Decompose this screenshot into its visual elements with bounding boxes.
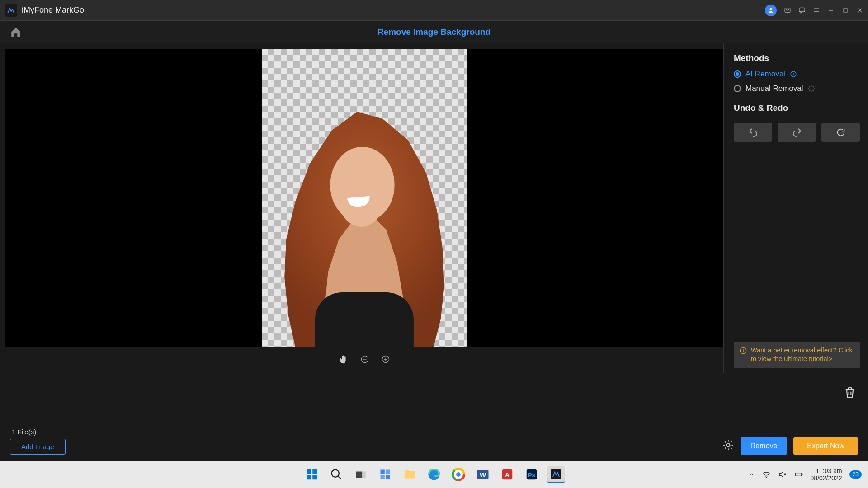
radio-unselected-icon [734, 85, 741, 92]
svg-rect-13 [312, 469, 317, 474]
zoom-out-button[interactable] [360, 355, 369, 366]
pan-button[interactable] [339, 354, 349, 366]
word-icon: W [476, 468, 490, 481]
zoom-out-icon [360, 355, 369, 364]
photoshop-button[interactable]: Ps [523, 466, 540, 483]
widgets-button[interactable] [377, 466, 394, 483]
delete-button[interactable] [844, 386, 856, 400]
svg-rect-21 [381, 475, 385, 479]
markgo-logo-icon [7, 6, 15, 14]
file-count-label: 1 File(s) [12, 428, 36, 436]
right-panel: Methods AI Removal ? Manual Removal ? Un… [723, 43, 868, 373]
account-button[interactable] [765, 5, 777, 16]
bottom-actions: Remove Export Now [722, 437, 858, 455]
volume-muted-icon[interactable] [778, 470, 787, 479]
app-title: iMyFone MarkGo [22, 5, 84, 15]
svg-text:A: A [505, 472, 509, 479]
chevron-up-icon[interactable] [748, 471, 755, 478]
folder-icon [403, 468, 416, 481]
reset-button[interactable] [821, 123, 860, 142]
svg-point-28 [456, 472, 461, 477]
help-icon[interactable]: ? [808, 85, 815, 92]
task-view-icon [355, 469, 367, 480]
feedback-icon[interactable] [798, 6, 806, 14]
help-icon[interactable]: ? [790, 70, 797, 78]
redo-icon [792, 127, 802, 138]
word-button[interactable]: W [474, 466, 491, 483]
export-button[interactable]: Export Now [793, 437, 858, 455]
canvas-column [0, 43, 723, 373]
svg-rect-37 [795, 473, 801, 476]
menu-icon[interactable] [813, 6, 820, 14]
maximize-icon[interactable] [842, 7, 849, 14]
method-ai-label: AI Removal [745, 70, 785, 79]
settings-button[interactable] [722, 439, 734, 453]
wifi-icon[interactable] [762, 470, 771, 479]
markgo-taskbar-button[interactable] [547, 466, 565, 483]
redo-button[interactable] [778, 123, 816, 142]
refresh-icon [836, 127, 846, 137]
chrome-button[interactable] [450, 466, 467, 483]
svg-rect-14 [307, 475, 311, 479]
svg-point-36 [765, 477, 766, 478]
image-subject [270, 97, 459, 347]
svg-point-0 [769, 8, 772, 10]
method-manual-removal[interactable]: Manual Removal ? [734, 84, 860, 93]
svg-rect-19 [381, 470, 385, 474]
start-button[interactable] [303, 466, 321, 483]
gear-icon [722, 439, 734, 451]
zoom-in-button[interactable] [381, 355, 390, 366]
remove-button[interactable]: Remove [741, 437, 788, 455]
battery-icon[interactable] [794, 470, 803, 479]
method-ai-removal[interactable]: AI Removal ? [734, 70, 860, 79]
add-image-button[interactable]: Add Image [10, 439, 66, 455]
mail-icon[interactable] [784, 6, 791, 14]
widgets-icon [379, 468, 392, 481]
radio-selected-icon [734, 70, 741, 78]
search-button[interactable] [328, 466, 345, 483]
svg-rect-3 [844, 9, 847, 12]
info-icon [739, 347, 747, 355]
home-button[interactable] [8, 24, 24, 40]
minimize-icon[interactable] [827, 7, 835, 14]
titlebar-actions [765, 5, 863, 16]
clock-date: 08/02/2022 [811, 474, 842, 482]
svg-point-11 [726, 444, 730, 447]
svg-rect-18 [363, 472, 366, 478]
titlebar: iMyFone MarkGo [0, 0, 868, 21]
svg-rect-15 [312, 475, 317, 479]
svg-rect-38 [802, 474, 802, 475]
method-manual-label: Manual Removal [745, 84, 803, 93]
windows-icon [305, 468, 319, 481]
undo-redo-heading: Undo & Redo [734, 103, 860, 113]
svg-rect-20 [386, 470, 390, 474]
home-icon [10, 26, 22, 38]
undo-button[interactable] [734, 123, 772, 142]
notification-badge[interactable]: 23 [849, 470, 862, 479]
edge-button[interactable] [425, 466, 443, 483]
windows-taskbar: W A Ps 11:03 am 08/02/2022 23 [0, 461, 868, 488]
acrobat-button[interactable]: A [499, 466, 516, 483]
task-view-button[interactable] [352, 466, 369, 483]
file-explorer-button[interactable] [401, 466, 418, 483]
modebar: Remove Image Background [0, 21, 868, 43]
app-logo [5, 4, 17, 17]
search-icon [330, 468, 343, 481]
svg-rect-17 [356, 472, 362, 478]
clock[interactable]: 11:03 am 08/02/2022 [811, 467, 842, 482]
taskbar-center: W A Ps [303, 466, 565, 483]
svg-text:?: ? [810, 87, 812, 91]
markgo-logo-icon [551, 469, 561, 479]
canvas[interactable] [5, 49, 723, 347]
svg-text:?: ? [793, 72, 795, 76]
close-icon[interactable] [856, 7, 863, 14]
user-icon [767, 7, 774, 14]
zoom-controls [5, 347, 723, 373]
svg-text:Ps: Ps [528, 472, 535, 479]
clock-time: 11:03 am [811, 467, 842, 474]
trash-icon [844, 386, 856, 399]
main-area: Methods AI Removal ? Manual Removal ? Un… [0, 43, 868, 373]
page-title: Remove Image Background [377, 27, 491, 37]
system-tray: 11:03 am 08/02/2022 23 [748, 467, 862, 482]
tutorial-tip[interactable]: Want a better removal effect? Click to v… [734, 342, 860, 368]
